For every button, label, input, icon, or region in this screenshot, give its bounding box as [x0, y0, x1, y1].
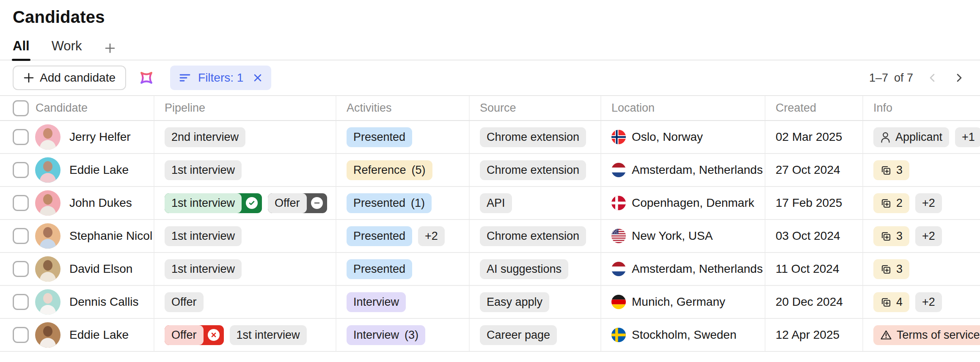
activity-badge[interactable]: Interview	[347, 292, 406, 312]
row-checkbox[interactable]	[13, 129, 29, 145]
row-checkbox[interactable]	[13, 162, 29, 178]
activities-cell[interactable]: Presented(1)	[336, 187, 469, 219]
activity-badge[interactable]: Presented	[347, 127, 412, 147]
row-checkbox[interactable]	[13, 261, 29, 277]
created-cell[interactable]: 20 Dec 2024	[765, 286, 862, 318]
pipeline-badge[interactable]: 2nd interview	[165, 127, 245, 147]
tab-all[interactable]: All	[13, 38, 30, 60]
pipeline-badge-approved[interactable]: 1st interview	[165, 193, 262, 213]
source-badge[interactable]: Chrome extension	[480, 160, 586, 180]
info-extra-badge[interactable]: +2	[915, 226, 942, 246]
info-cell[interactable]: Applicant +1	[862, 121, 980, 153]
info-extra-badge[interactable]: +1	[955, 127, 980, 147]
info-cell[interactable]: Terms of service	[862, 319, 980, 351]
activity-badge[interactable]: Presented	[347, 226, 412, 246]
source-cell[interactable]: Chrome extension	[469, 121, 600, 153]
location-cell[interactable]: Oslo, Norway	[600, 121, 765, 153]
source-badge[interactable]: Career page	[480, 325, 557, 345]
add-view-button[interactable]	[104, 42, 116, 60]
pipeline-badge-on-hold[interactable]: Offer	[268, 193, 327, 213]
pipeline-cell[interactable]: 2nd interview	[154, 121, 336, 153]
select-all-checkbox[interactable]	[13, 100, 29, 116]
candidate-name[interactable]: Stephanie Nicol	[69, 229, 152, 243]
candidate-name[interactable]: Eddie Lake	[69, 163, 129, 177]
info-cell[interactable]: 2 +2	[862, 187, 980, 219]
source-badge[interactable]: Easy apply	[480, 292, 549, 312]
source-badge[interactable]: Chrome extension	[480, 127, 586, 147]
activities-cell[interactable]: Presented +2	[336, 220, 469, 252]
pipeline-badge[interactable]: 1st interview	[165, 226, 242, 246]
info-cell[interactable]: 3	[862, 253, 980, 285]
location-cell[interactable]: Copenhagen, Denmark	[600, 187, 765, 219]
info-cell[interactable]: 3 +2	[862, 220, 980, 252]
info-files-badge[interactable]: 3	[873, 259, 909, 279]
source-cell[interactable]: Career page	[469, 319, 600, 351]
tab-work[interactable]: Work	[52, 38, 82, 60]
created-cell[interactable]: 17 Feb 2025	[765, 187, 862, 219]
info-files-badge[interactable]: 3	[873, 226, 909, 246]
info-files-badge[interactable]: 2	[873, 193, 909, 213]
row-checkbox[interactable]	[13, 327, 29, 343]
info-warning-badge[interactable]: Terms of service	[873, 325, 980, 345]
info-badge-applicant[interactable]: Applicant	[873, 127, 949, 147]
pipeline-badge-rejected[interactable]: Offer	[165, 325, 224, 345]
candidate-name[interactable]: Eddie Lake	[69, 328, 129, 342]
info-cell[interactable]: 3	[862, 154, 980, 186]
info-extra-badge[interactable]: +2	[915, 193, 942, 213]
pipeline-badge[interactable]: 1st interview	[165, 160, 242, 180]
activity-extra-badge[interactable]: +2	[418, 226, 445, 246]
info-cell[interactable]: 4 +2	[862, 286, 980, 318]
source-cell[interactable]: Chrome extension	[469, 220, 600, 252]
pipeline-cell[interactable]: 1st interview Offer	[154, 187, 336, 219]
pipeline-cell[interactable]: 1st interview	[154, 154, 336, 186]
pipeline-cell[interactable]: Offer 1st interview	[154, 319, 336, 351]
source-cell[interactable]: API	[469, 187, 600, 219]
created-cell[interactable]: 11 Oct 2024	[765, 253, 862, 285]
location-cell[interactable]: New York, USA	[600, 220, 765, 252]
created-cell[interactable]: 27 Oct 2024	[765, 154, 862, 186]
source-badge[interactable]: Chrome extension	[480, 226, 586, 246]
location-cell[interactable]: Munich, Germany	[600, 286, 765, 318]
pipeline-cell[interactable]: Offer	[154, 286, 336, 318]
info-files-badge[interactable]: 4	[873, 292, 909, 312]
candidate-name[interactable]: Jerry Helfer	[69, 130, 131, 144]
source-cell[interactable]: Chrome extension	[469, 154, 600, 186]
pipeline-badge[interactable]: 1st interview	[230, 325, 307, 345]
pipeline-cell[interactable]: 1st interview	[154, 220, 336, 252]
activities-cell[interactable]: Presented	[336, 121, 469, 153]
created-cell[interactable]: 12 Apr 2025	[765, 319, 862, 351]
location-cell[interactable]: Amsterdam, Netherlands	[600, 154, 765, 186]
row-checkbox[interactable]	[13, 228, 29, 244]
activity-badge[interactable]: Reference(5)	[347, 160, 432, 180]
source-badge[interactable]: API	[480, 193, 512, 213]
location-cell[interactable]: Amsterdam, Netherlands	[600, 253, 765, 285]
activities-cell[interactable]: Interview(3)	[336, 319, 469, 351]
row-checkbox[interactable]	[13, 294, 29, 310]
activities-cell[interactable]: Interview	[336, 286, 469, 318]
activity-badge[interactable]: Presented(1)	[347, 193, 432, 213]
pipeline-badge[interactable]: Offer	[165, 292, 204, 312]
candidate-name[interactable]: Dennis Callis	[69, 295, 138, 309]
activities-cell[interactable]: Reference(5)	[336, 154, 469, 186]
activities-cell[interactable]: Presented	[336, 253, 469, 285]
source-cell[interactable]: Easy apply	[469, 286, 600, 318]
chevron-left-icon[interactable]	[924, 69, 941, 86]
close-icon[interactable]	[253, 73, 263, 83]
chevron-right-icon[interactable]	[950, 69, 967, 86]
ai-sparkle-button[interactable]	[137, 69, 156, 87]
pipeline-badge[interactable]: 1st interview	[165, 259, 242, 279]
source-badge[interactable]: AI suggestions	[480, 259, 568, 279]
pipeline-cell[interactable]: 1st interview	[154, 253, 336, 285]
created-cell[interactable]: 03 Oct 2024	[765, 220, 862, 252]
info-files-badge[interactable]: 3	[873, 160, 909, 180]
candidate-name[interactable]: David Elson	[69, 262, 132, 276]
location-cell[interactable]: Stockholm, Sweden	[600, 319, 765, 351]
candidate-name[interactable]: John Dukes	[69, 196, 132, 210]
row-checkbox[interactable]	[13, 195, 29, 211]
filters-chip[interactable]: Filters: 1	[170, 66, 271, 90]
source-cell[interactable]: AI suggestions	[469, 253, 600, 285]
activity-badge[interactable]: Presented	[347, 259, 412, 279]
add-candidate-button[interactable]: Add candidate	[13, 66, 126, 90]
activity-badge[interactable]: Interview(3)	[347, 325, 425, 345]
created-cell[interactable]: 02 Mar 2025	[765, 121, 862, 153]
